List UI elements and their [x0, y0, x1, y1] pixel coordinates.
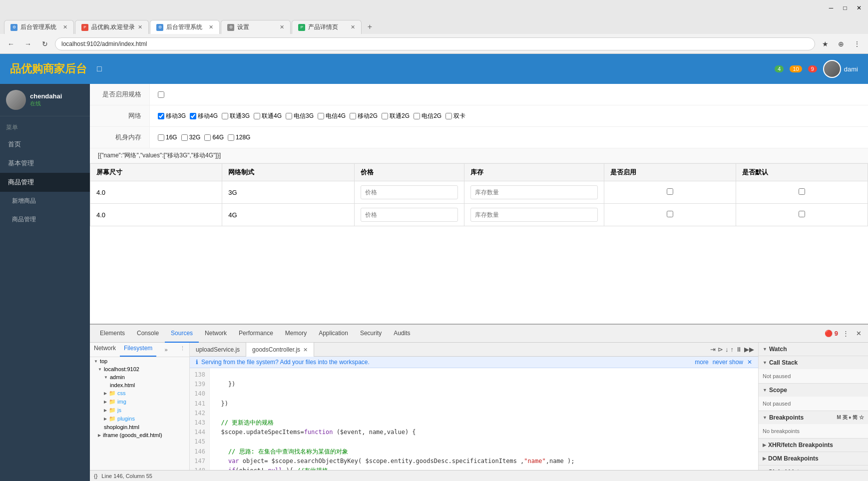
devtools-tab-memory[interactable]: Memory — [279, 325, 313, 343]
debug-global-header[interactable]: ▶ Global Listeners — [759, 466, 868, 470]
debug-xhr-header[interactable]: ▶ XHR/fetch Breakpoints — [759, 439, 868, 452]
memory-option-2[interactable]: 32G — [181, 134, 201, 141]
network-cb-6[interactable] — [318, 113, 324, 119]
forward-button[interactable]: → — [21, 37, 35, 51]
address-bar[interactable]: localhost:9102/admin/index.html — [55, 37, 815, 50]
menu-button[interactable]: ⋮ — [850, 37, 864, 51]
network-cb-7[interactable] — [350, 113, 356, 119]
sidebar-item-add-goods[interactable]: 新增商品 — [0, 192, 90, 210]
devtools-tab-elements[interactable]: Elements — [94, 325, 131, 343]
menu-toggle[interactable]: □ — [97, 64, 102, 73]
network-cb-9[interactable] — [414, 113, 420, 119]
spec-row1-enable-cb[interactable] — [667, 188, 673, 195]
tree-node-img[interactable]: ▶ 📁 img — [90, 398, 189, 406]
step-over-btn[interactable]: ⊳ — [718, 346, 723, 353]
tree-node-index[interactable]: index.html — [90, 381, 189, 389]
sources-options-btn[interactable]: ⋮ — [178, 344, 187, 352]
sidebar-item-manage-goods[interactable]: 商品管理 — [0, 210, 90, 229]
sidebar-item-home[interactable]: 首页 — [0, 135, 90, 154]
debug-scope-header[interactable]: ▼ Scope — [759, 384, 868, 397]
spec-row2-price-input[interactable] — [361, 208, 458, 222]
sources-tab-network[interactable]: Network — [90, 343, 120, 357]
step-out-btn[interactable]: ↑ — [731, 346, 734, 353]
devtools-tab-application[interactable]: Application — [313, 325, 354, 343]
bookmark-button[interactable]: ★ — [818, 37, 832, 51]
network-option-8[interactable]: 联通2G — [382, 112, 410, 120]
enable-spec-checkbox[interactable] — [158, 91, 164, 98]
network-cb-8[interactable] — [382, 113, 388, 119]
network-cb-1[interactable] — [158, 113, 164, 119]
network-option-6[interactable]: 电信4G — [318, 112, 346, 120]
minimize-button[interactable]: ─ — [826, 3, 836, 13]
devtools-tab-console[interactable]: Console — [131, 325, 165, 343]
info-link-never[interactable]: never show — [713, 359, 743, 366]
network-option-5[interactable]: 电信3G — [286, 112, 314, 120]
tab-close-3[interactable]: ✕ — [209, 24, 213, 30]
code-editor[interactable]: 138 139 140 141 142 143 144 145 146 147 — [190, 368, 758, 470]
browser-tab-3[interactable]: ⚙ 后台管理系统 ✕ — [150, 20, 220, 34]
tree-node-iframe[interactable]: ▶ iframe (goods_edit.html) — [90, 431, 189, 439]
debug-breakpoints-header[interactable]: ▼ Breakpoints M 英 ♦ 简 ☆ — [759, 411, 868, 424]
format-button[interactable]: ⇥ — [710, 346, 716, 353]
spec-row2-stock-input[interactable] — [470, 208, 598, 222]
memory-option-4[interactable]: 128G — [228, 134, 250, 141]
spec-row1-default-cb[interactable] — [799, 188, 805, 195]
network-cb-2[interactable] — [190, 113, 196, 119]
debug-watch-header[interactable]: ▼ Watch — [759, 343, 868, 356]
back-button[interactable]: ← — [4, 37, 18, 51]
sources-tab-filesystem[interactable]: Filesystem — [120, 343, 156, 357]
sidebar-item-basic[interactable]: 基本管理 — [0, 154, 90, 173]
memory-option-1[interactable]: 16G — [158, 134, 177, 141]
code-tab-goods[interactable]: goodsController.js ✕ — [246, 343, 314, 357]
tree-node-localhost[interactable]: ▼ localhost:9102 — [90, 365, 189, 373]
close-button[interactable]: ✕ — [854, 3, 864, 13]
tab-close-1[interactable]: ✕ — [63, 24, 67, 30]
network-option-2[interactable]: 移动4G — [190, 112, 218, 120]
network-option-4[interactable]: 联通4G — [254, 112, 282, 120]
sidebar-item-goods[interactable]: 商品管理 — [0, 173, 90, 192]
tree-node-shoplog[interactable]: shoplogin.html — [90, 423, 189, 431]
spec-row1-stock-input[interactable] — [470, 185, 598, 199]
devtools-tab-security[interactable]: Security — [354, 325, 388, 343]
network-cb-5[interactable] — [286, 113, 292, 119]
spec-row1-price-input[interactable] — [361, 185, 458, 199]
network-cb-3[interactable] — [222, 113, 228, 119]
spec-row2-enable-cb[interactable] — [667, 211, 673, 217]
code-tab-upload[interactable]: uploadService.js — [190, 343, 246, 357]
devtools-tab-network[interactable]: Network — [199, 325, 233, 343]
step-into-btn[interactable]: ↓ — [725, 346, 729, 353]
deactivate-btn[interactable]: ⏸ — [736, 346, 742, 353]
network-option-9[interactable]: 电信2G — [414, 112, 441, 120]
devtools-tab-audits[interactable]: Audits — [388, 325, 416, 343]
maximize-button[interactable]: □ — [840, 3, 850, 13]
extensions-button[interactable]: ⊕ — [834, 37, 848, 51]
tree-node-css[interactable]: ▶ 📁 css — [90, 389, 189, 398]
browser-tab-1[interactable]: ⚙ 后台管理系统 ✕ — [4, 20, 74, 34]
new-tab-button[interactable]: + — [363, 20, 377, 34]
memory-cb-2[interactable] — [181, 134, 188, 141]
tree-node-js[interactable]: ▶ 📁 js — [90, 406, 189, 415]
sources-more-btn[interactable]: » — [163, 345, 170, 355]
debug-dom-header[interactable]: ▶ DOM Breakpoints — [759, 452, 868, 465]
browser-tab-2[interactable]: P 品优购,欢迎登录 ✕ — [75, 20, 149, 34]
network-option-7[interactable]: 移动2G — [350, 112, 378, 120]
browser-tab-4[interactable]: ⚙ 设置 ✕ — [221, 20, 291, 34]
code-tab-goods-close[interactable]: ✕ — [303, 347, 308, 353]
debug-callstack-header[interactable]: ▼ Call Stack — [759, 356, 868, 369]
info-link-more[interactable]: more — [695, 359, 708, 366]
memory-cb-3[interactable] — [204, 134, 211, 141]
devtools-tab-performance[interactable]: Performance — [233, 325, 279, 343]
network-option-3[interactable]: 联通3G — [222, 112, 250, 120]
memory-cb-1[interactable] — [158, 134, 164, 141]
memory-option-3[interactable]: 64G — [204, 134, 224, 141]
memory-cb-4[interactable] — [228, 134, 234, 141]
refresh-button[interactable]: ↻ — [38, 37, 52, 51]
tab-close-4[interactable]: ✕ — [280, 24, 284, 30]
browser-tab-5[interactable]: P 产品详情页 ✕ — [292, 20, 362, 34]
network-cb-4[interactable] — [254, 113, 260, 119]
spec-row2-default-cb[interactable] — [799, 211, 805, 217]
tab-close-5[interactable]: ✕ — [351, 24, 355, 30]
devtools-tab-sources[interactable]: Sources — [165, 325, 199, 343]
network-option-10[interactable]: 双卡 — [445, 112, 465, 120]
devtools-close-btn[interactable]: ✕ — [853, 328, 864, 339]
